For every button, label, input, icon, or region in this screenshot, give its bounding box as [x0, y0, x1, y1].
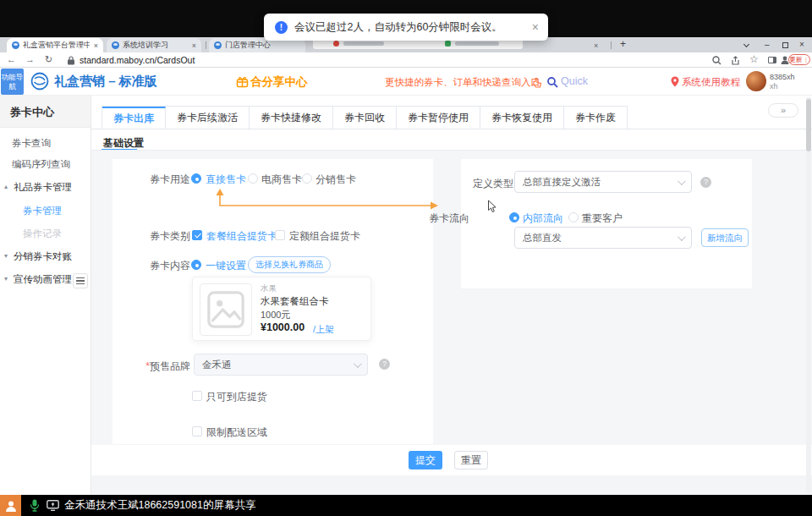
tab-separator	[206, 41, 206, 49]
collapse-arrow-icon[interactable]: ▴	[4, 183, 8, 190]
sidebar-title: 券卡中心	[10, 105, 54, 120]
tab-close-icon[interactable]: ×	[94, 41, 98, 50]
browser-toolbar: ← → ↻ standard.maboy.cn/CardsOut ☆ 更新 ⋮	[0, 52, 812, 68]
bookmark-star-icon[interactable]: ☆	[749, 53, 759, 65]
tab-card-outbound[interactable]: 券卡出库	[102, 107, 166, 129]
radio-distribution-sale[interactable]	[302, 173, 312, 184]
brand-select-value: 金禾通	[202, 359, 232, 371]
pick-gift-products-button[interactable]: 选择兑换礼券商品	[248, 256, 331, 273]
form-right-panel: 定义类型 总部直接定义激活 ? 券卡流向 内部流向 重要客户 总部直发 新增流向	[461, 159, 752, 288]
tabs-divider	[91, 129, 812, 129]
mouse-cursor	[487, 200, 497, 213]
usage-label: 券卡用途	[112, 173, 190, 187]
expand-arrow-icon[interactable]: ▾	[4, 275, 8, 283]
tab-close-icon[interactable]: ×	[192, 41, 196, 50]
tab-followup-activate[interactable]: 券卡后续激活	[166, 107, 250, 129]
radio-important-customer-label[interactable]: 重要客户	[582, 211, 623, 226]
define-type-select[interactable]: 总部直接定义激活	[514, 171, 692, 193]
radio-internal-flow-label[interactable]: 内部流向	[523, 211, 563, 226]
radio-one-key-setup-label[interactable]: 一键设置	[206, 259, 246, 273]
back-icon[interactable]: ←	[7, 54, 16, 64]
recording-dot-icon	[333, 41, 339, 47]
expand-more-button[interactable]: »	[768, 103, 798, 118]
share-icon[interactable]	[731, 56, 740, 65]
chevron-down-icon	[678, 233, 686, 241]
tutorial-link[interactable]: 系统使用教程	[682, 76, 740, 89]
scrollbar-thumb[interactable]	[806, 99, 811, 151]
browser-tab-label: 礼盒营销平台管理中心	[23, 40, 90, 51]
toast-message: 会议已超过2人，自动转为60分钟限时会议。	[294, 20, 502, 35]
flow-label: 券卡流向	[392, 211, 469, 226]
sidebar-item-operation-log[interactable]: 操作记录	[23, 228, 62, 240]
share-center-link[interactable]: 合分享中心	[250, 74, 308, 90]
sidebar-item-card-query[interactable]: 券卡查询	[12, 137, 51, 150]
checkbox-store-pickup-only[interactable]	[192, 391, 202, 401]
window-close-icon[interactable]: ×	[799, 40, 804, 50]
window-minimize-icon[interactable]: –	[765, 40, 770, 50]
sidebar-group-animation[interactable]: 宣传动画管理	[14, 273, 72, 286]
add-flow-button[interactable]: 新增流向	[701, 228, 749, 247]
checkbox-fixed-card-label[interactable]: 定额组合提货卡	[289, 229, 360, 244]
reload-icon[interactable]: ↻	[45, 54, 52, 65]
user-avatar[interactable]	[746, 71, 766, 91]
radio-internal-flow[interactable]	[509, 212, 519, 222]
screen-share-text: 金禾通技术王斌18662591081的屏幕共享	[64, 498, 255, 513]
sidebar: 券卡中心 券卡查询 编码序列查询 ▴ 礼品券卡管理 券卡管理 操作记录 ▾ 分销…	[0, 96, 91, 495]
define-type-label: 定义类型	[436, 177, 513, 191]
radio-one-key-setup[interactable]	[191, 260, 201, 270]
radio-direct-sale[interactable]	[191, 173, 201, 184]
checkbox-package-card-label[interactable]: 套餐组合提货卡	[206, 229, 277, 244]
presenter-avatar-icon	[0, 495, 21, 516]
new-tab-button[interactable]: +	[620, 39, 626, 49]
toast-close-icon[interactable]: ×	[532, 20, 539, 34]
tab-card-void[interactable]: 券卡作废	[564, 107, 627, 129]
window-menu-icon[interactable]	[743, 41, 749, 47]
checkbox-fixed-card[interactable]	[275, 230, 285, 240]
quick-search-icon[interactable]	[547, 77, 558, 88]
submit-button[interactable]: 提交	[409, 451, 442, 469]
sidebar-collapse-handle[interactable]	[73, 273, 88, 288]
checkbox-limit-delivery-area[interactable]	[192, 426, 202, 436]
define-type-help-icon[interactable]: ?	[700, 177, 711, 188]
product-card[interactable]: 水果 水果套餐组合卡 1000元 ¥1000.00 /上架	[192, 277, 371, 341]
tab-card-suspend[interactable]: 券卡暂停使用	[397, 107, 480, 129]
header-promo-text[interactable]: 更快捷的券卡、订单和快递查询入口	[385, 76, 540, 89]
brand-help-icon[interactable]: ?	[379, 359, 390, 370]
radio-distribution-sale-label[interactable]: 分销售卡	[315, 173, 356, 187]
checkbox-limit-delivery-label[interactable]: 限制配送区域	[206, 425, 267, 440]
forward-icon[interactable]: →	[25, 54, 35, 64]
sidebar-item-serial-query[interactable]: 编码序列查询	[12, 158, 70, 171]
chevron-down-icon	[678, 177, 686, 185]
browser-tab-1[interactable]: 礼盒营销平台管理中心 ×	[7, 38, 103, 52]
radio-direct-sale-label[interactable]: 直接售卡	[206, 173, 246, 187]
radio-ecommerce-sale[interactable]	[248, 173, 258, 184]
tab-card-resume[interactable]: 券卡恢复使用	[480, 107, 564, 129]
split-view-icon[interactable]	[768, 57, 776, 63]
tab-close-icon[interactable]: ×	[594, 41, 598, 51]
product-status-link[interactable]: /上架	[313, 323, 334, 336]
browser-update-button[interactable]: 更新 ⋮	[788, 54, 810, 65]
zoom-icon[interactable]	[712, 56, 721, 65]
checkbox-store-pickup-label[interactable]: 只可到店提货	[206, 390, 267, 404]
tab-quick-modify[interactable]: 券卡快捷修改	[250, 107, 333, 129]
brand-select[interactable]: 金禾通	[194, 354, 368, 376]
radio-ecommerce-sale-label[interactable]: 电商售卡	[261, 173, 302, 187]
checkbox-package-card[interactable]	[192, 230, 202, 240]
quick-search-label[interactable]: Quick	[561, 75, 588, 87]
sidebar-group-distribution[interactable]: 分销券卡对账	[14, 250, 72, 263]
browser-tab-2[interactable]: 系统培训学习 ×	[107, 38, 201, 52]
window-maximize-icon[interactable]	[782, 42, 788, 48]
radio-important-customer[interactable]	[568, 212, 579, 222]
tab-card-recycle[interactable]: 券卡回收	[333, 107, 397, 129]
tab-separator	[611, 41, 612, 49]
username-sub: xh	[770, 82, 778, 91]
flow-select[interactable]: 总部直发	[514, 227, 692, 249]
expand-arrow-icon[interactable]: ▾	[4, 252, 8, 260]
url-bar[interactable]: standard.maboy.cn/CardsOut	[80, 55, 195, 65]
function-nav-toggle[interactable]: 功能导航	[1, 69, 24, 95]
sidebar-group-gift-cards[interactable]: 礼品券卡管理	[14, 181, 72, 194]
reset-button[interactable]: 重置	[454, 451, 488, 469]
flow-select-value: 总部直发	[523, 232, 562, 244]
sidebar-item-card-manage-active[interactable]: 券卡管理	[23, 205, 62, 217]
scrollbar[interactable]	[806, 97, 811, 493]
